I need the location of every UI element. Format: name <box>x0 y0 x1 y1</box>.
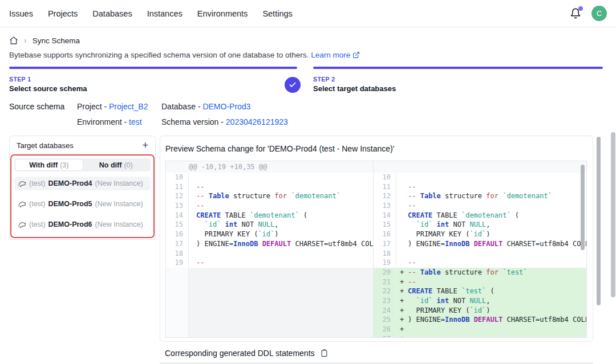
diff-source-rows: 1011--12-- Table structure for `demotena… <box>166 173 373 268</box>
target-item-demo-prod6[interactable]: (test) DEMO-Prod6 (New Instance) <box>14 218 151 231</box>
page-vertical-scrollbar[interactable] <box>611 132 615 297</box>
diff-hunk-header-right <box>374 161 586 173</box>
chevron-right-icon: › <box>24 36 27 45</box>
target-panel-header: Target databases + <box>10 136 155 154</box>
database-link[interactable]: DEMO-Prod3 <box>202 102 250 111</box>
mysql-icon <box>18 179 26 188</box>
breadcrumb-current: Sync Schema <box>33 36 80 45</box>
diff-target-rows: 1011--12-- Table structure for `demotena… <box>374 173 586 337</box>
target-database-list: (test) DEMO-Prod4 (New Instance) (test) … <box>14 177 151 231</box>
top-navbar: Issues Projects Databases Instances Envi… <box>0 0 616 27</box>
diff-pane-target: 1011--12-- Table structure for `demotena… <box>373 161 586 337</box>
external-link-icon[interactable] <box>352 51 360 59</box>
breadcrumb: › Sync Schema <box>9 36 80 45</box>
diff-filter-tabs: With diff (3) No diff (0) <box>14 158 151 171</box>
source-schema-label: Source schema <box>9 102 64 111</box>
project-link[interactable]: Project_B2 <box>109 102 148 111</box>
tab-with-diff-label: With diff <box>29 161 58 169</box>
nav-item-databases[interactable]: Databases <box>92 9 132 18</box>
tab-with-diff[interactable]: With diff (3) <box>15 159 83 170</box>
target-suffix: (New Instance) <box>95 179 143 187</box>
home-icon[interactable] <box>9 36 18 45</box>
nav-item-settings[interactable]: Settings <box>262 9 292 18</box>
step1-progress-bar <box>9 67 297 69</box>
diff-source-filler <box>166 268 373 337</box>
schema-diff-view: @@ -10,19 +10,35 @@ 1011--12-- Table str… <box>165 161 587 338</box>
tab-no-diff[interactable]: No diff (0) <box>83 159 150 170</box>
nav-item-projects[interactable]: Projects <box>48 9 78 18</box>
tab-no-diff-label: No diff <box>99 161 122 169</box>
target-item-demo-prod5[interactable]: (test) DEMO-Prod5 (New Instance) <box>14 197 151 211</box>
avatar[interactable]: C <box>591 6 607 21</box>
schema-version-field: Schema version - 20230426121923 <box>161 117 288 126</box>
step2-block: STEP 2 Select target databases <box>313 76 396 93</box>
tab-with-diff-count: (3) <box>60 161 68 169</box>
target-env: (test) <box>29 220 45 228</box>
database-label: Database - <box>161 102 202 111</box>
step2-label: STEP 2 <box>313 76 396 83</box>
target-databases-panel: Target databases + With diff (3) No diff… <box>9 136 156 240</box>
add-target-database-button[interactable]: + <box>142 140 148 150</box>
schema-version-link[interactable]: 20230426121923 <box>226 117 288 126</box>
target-name: DEMO-Prod6 <box>48 220 92 228</box>
environment-label: Environment - <box>77 117 129 126</box>
notification-dot <box>578 6 583 11</box>
target-name: DEMO-Prod5 <box>48 200 92 208</box>
notification-bell-icon[interactable] <box>570 7 582 20</box>
ddl-footer: Corresponding generated DDL statements <box>165 349 329 358</box>
tab-no-diff-count: (0) <box>124 161 132 169</box>
preview-title: Preview Schema change for 'DEMO-Prod4 (t… <box>165 144 394 153</box>
panel-vertical-scrollbar[interactable] <box>597 137 601 305</box>
copy-icon[interactable] <box>320 349 329 358</box>
target-item-demo-prod4[interactable]: (test) DEMO-Prod4 (New Instance) <box>14 177 151 190</box>
environment-link[interactable]: test <box>129 117 142 126</box>
nav-item-environments[interactable]: Environments <box>197 9 248 18</box>
navbar-right: C <box>570 6 607 21</box>
diff-vertical-scrollbar[interactable] <box>581 165 585 250</box>
step1-label: STEP 1 <box>9 76 87 83</box>
step1-title: Select source schema <box>9 84 87 93</box>
target-name: DEMO-Prod4 <box>48 179 92 187</box>
nav-item-issues[interactable]: Issues <box>9 9 33 18</box>
step2-progress-bar <box>313 67 603 69</box>
learn-more-link[interactable]: Learn more <box>311 51 350 59</box>
intro-sentence: Bytebase supports synchronizing a specif… <box>9 51 309 59</box>
database-field: Database - DEMO-Prod3 <box>161 102 250 111</box>
target-env: (test) <box>29 179 45 187</box>
target-panel-title: Target databases <box>17 141 74 150</box>
mysql-icon <box>18 220 26 229</box>
diff-hunk-header: @@ -10,19 +10,35 @@ <box>166 161 373 173</box>
target-suffix: (New Instance) <box>95 220 143 228</box>
schema-preview-panel: Preview Schema change for 'DEMO-Prod4 (t… <box>160 136 593 342</box>
target-list-highlight-box: With diff (3) No diff (0) (test) DEMO-Pr… <box>10 154 155 238</box>
step1-complete-check-icon <box>285 77 301 93</box>
environment-field: Environment - test <box>77 117 142 126</box>
diff-pane-source: @@ -10,19 +10,35 @@ 1011--12-- Table str… <box>166 161 373 337</box>
project-field: Project - Project_B2 <box>77 102 148 111</box>
mysql-icon <box>18 200 26 208</box>
step2-title: Select target databases <box>313 84 396 93</box>
nav-item-instances[interactable]: Instances <box>147 9 183 18</box>
sync-schema-page: Issues Projects Databases Instances Envi… <box>0 0 616 364</box>
intro-text: Bytebase supports synchronizing a specif… <box>9 51 360 59</box>
target-env: (test) <box>29 200 45 208</box>
project-label: Project - <box>77 102 109 111</box>
step1-block: STEP 1 Select source schema <box>9 76 87 93</box>
diff-hunk-text: @@ -10,19 +10,35 @@ <box>189 163 267 171</box>
schema-version-label: Schema version - <box>161 117 226 126</box>
target-suffix: (New Instance) <box>95 200 143 208</box>
ddl-statements-label: Corresponding generated DDL statements <box>165 349 315 358</box>
